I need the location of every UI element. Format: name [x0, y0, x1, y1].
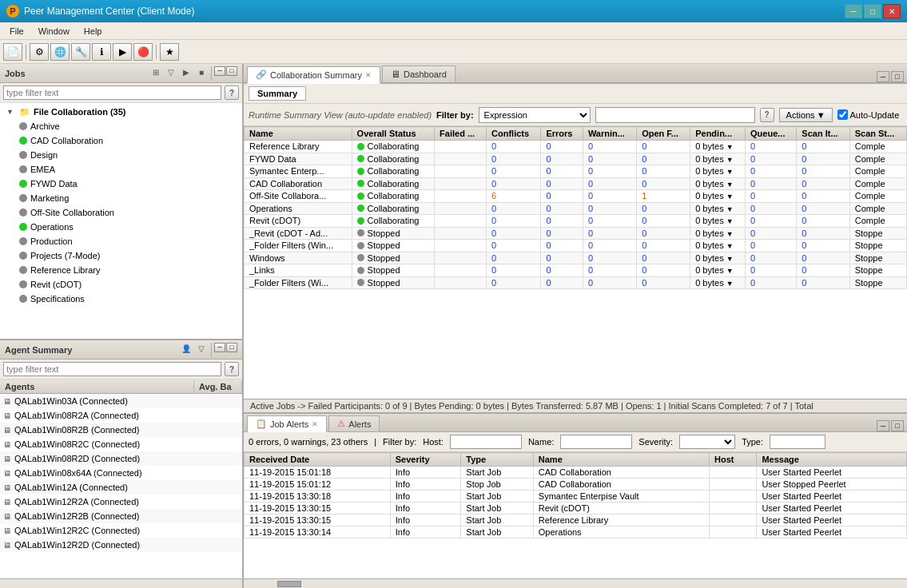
- table-row[interactable]: Reference Library: [245, 141, 352, 153]
- bottom-minimize-btn[interactable]: ─: [877, 420, 889, 431]
- tree-item-reflib[interactable]: Reference Library: [3, 263, 242, 277]
- agent-filter-btn[interactable]: ▽: [194, 343, 209, 356]
- agent-scrollbar-h[interactable]: [0, 578, 242, 588]
- toolbar-btn-4[interactable]: 🔧: [71, 43, 90, 61]
- minimize-button[interactable]: ─: [845, 4, 862, 18]
- bottom-scrollbar-h[interactable]: [244, 578, 907, 588]
- scrollbar-thumb[interactable]: [277, 581, 301, 587]
- auto-update-checkbox[interactable]: [837, 109, 848, 120]
- col-warnings[interactable]: Warnin...: [583, 127, 636, 141]
- tree-item-archive[interactable]: Archive: [3, 119, 242, 133]
- jobs-stop-btn[interactable]: ■: [194, 66, 209, 79]
- col-scanst[interactable]: Scan St...: [849, 127, 906, 141]
- table-row[interactable]: _Folder Filters (Wi...: [245, 276, 352, 289]
- col-openf[interactable]: Open F...: [637, 127, 690, 141]
- toolbar-btn-5[interactable]: ℹ: [92, 43, 111, 61]
- maximize-button[interactable]: □: [864, 4, 881, 18]
- table-row[interactable]: Windows: [245, 252, 352, 264]
- list-item[interactable]: 11-19-2015 13:30:18: [245, 491, 391, 503]
- collab-help-btn[interactable]: ?: [760, 108, 774, 122]
- table-row[interactable]: Revit (cDOT): [245, 215, 352, 228]
- col-status[interactable]: Overall Status: [352, 127, 434, 141]
- table-row[interactable]: Operations: [245, 202, 352, 215]
- tab-alerts[interactable]: ⚠ Alerts: [328, 415, 380, 431]
- table-row[interactable]: _Folder Filters (Win...: [245, 240, 352, 252]
- agent-row[interactable]: 🖥QALab1Win03A (Connected): [0, 394, 242, 408]
- table-row[interactable]: Off-Site Collabora...: [245, 190, 352, 203]
- jobs-play-btn[interactable]: ▶: [179, 66, 193, 79]
- tree-item-projects[interactable]: Projects (7-Mode): [3, 248, 242, 263]
- tree-item-emea[interactable]: EMEA: [3, 162, 242, 177]
- table-row[interactable]: _Links: [245, 264, 352, 277]
- table-row[interactable]: _Revit (cDOT - Ad...: [245, 227, 352, 240]
- toolbar-btn-8[interactable]: ★: [160, 43, 179, 61]
- tree-item-marketing[interactable]: Marketing: [3, 191, 242, 205]
- alert-col-host[interactable]: Host: [710, 453, 757, 467]
- alert-col-type[interactable]: Type: [461, 453, 534, 467]
- agent-icon-btn[interactable]: 👤: [179, 343, 193, 356]
- table-row[interactable]: CAD Collaboration: [245, 177, 352, 190]
- tree-item-offsite[interactable]: Off-Site Collaboration: [3, 205, 242, 220]
- tab-minimize-btn[interactable]: ─: [877, 71, 889, 82]
- agent-row[interactable]: 🖥QALab1Win12R2D (Connected): [0, 538, 242, 552]
- agent-minimize-btn[interactable]: ─: [214, 343, 225, 352]
- jobs-help-btn[interactable]: ?: [225, 85, 239, 100]
- col-pending[interactable]: Pendin...: [690, 127, 746, 141]
- list-item[interactable]: 11-19-2015 13:30:15: [245, 514, 391, 526]
- agent-row[interactable]: 🖥QALab1Win12R2A (Connected): [0, 495, 242, 509]
- close-button[interactable]: ✕: [883, 4, 901, 18]
- col-scanit[interactable]: Scan It...: [797, 127, 849, 141]
- menu-window[interactable]: Window: [32, 25, 76, 38]
- tab-job-alerts[interactable]: 📋 Job Alerts ✕: [247, 415, 327, 433]
- filter-by-select[interactable]: Expression: [479, 107, 591, 123]
- tree-item-production[interactable]: Production: [3, 234, 242, 248]
- toolbar-btn-3[interactable]: 🌐: [50, 43, 70, 61]
- tab-restore-btn[interactable]: □: [891, 71, 904, 82]
- tab-collab-close[interactable]: ✕: [365, 71, 372, 79]
- tree-item-operations[interactable]: Operations: [3, 220, 242, 234]
- tab-jobalerts-close[interactable]: ✕: [312, 420, 318, 428]
- list-item[interactable]: 11-19-2015 13:30:14: [245, 526, 391, 538]
- toolbar-btn-6[interactable]: ▶: [113, 43, 132, 61]
- tree-root-item[interactable]: ▼ 📁 File Collaboration (35): [3, 105, 242, 119]
- col-conflicts[interactable]: Conflicts: [487, 127, 541, 141]
- tree-item-revit[interactable]: Revit (cDOT): [3, 277, 242, 292]
- actions-button[interactable]: Actions ▼: [779, 108, 833, 122]
- agent-row[interactable]: 🖥QALab1Win12A (Connected): [0, 480, 242, 495]
- alert-col-name[interactable]: Name: [533, 453, 709, 467]
- toolbar-btn-7[interactable]: 🔴: [133, 43, 153, 61]
- agent-row[interactable]: 🖥QALab1Win08R2A (Connected): [0, 408, 242, 423]
- filter-text-input[interactable]: [595, 107, 755, 123]
- agent-help-btn[interactable]: ?: [225, 362, 239, 376]
- agent-row[interactable]: 🖥QALab1Win08R2D (Connected): [0, 451, 242, 466]
- alert-col-date[interactable]: Received Date: [245, 453, 391, 467]
- alerts-type-input[interactable]: [770, 435, 825, 449]
- jobs-filter-btn[interactable]: ⊞: [149, 66, 163, 79]
- agent-row[interactable]: 🖥QALab1Win08R2B (Connected): [0, 423, 242, 437]
- tree-item-cad[interactable]: CAD Collaboration: [3, 133, 242, 148]
- alerts-severity-select[interactable]: [679, 435, 735, 449]
- alert-col-severity[interactable]: Severity: [390, 453, 461, 467]
- agent-restore-btn[interactable]: □: [226, 343, 237, 352]
- jobs-filter-input[interactable]: [3, 85, 221, 100]
- agent-filter-input[interactable]: [3, 362, 221, 376]
- bottom-restore-btn[interactable]: □: [891, 420, 904, 431]
- list-item[interactable]: 11-19-2015 13:30:15: [245, 503, 391, 514]
- subtab-summary[interactable]: Summary: [249, 86, 306, 101]
- agent-row[interactable]: 🖥QALab1Win12R2B (Connected): [0, 509, 242, 523]
- tab-collab-summary[interactable]: 🔗 Collaboration Summary ✕: [247, 66, 380, 84]
- col-errors[interactable]: Errors: [541, 127, 583, 141]
- agent-row[interactable]: 🖥QALab1Win08x64A (Connected): [0, 466, 242, 480]
- jobs-minimize-btn[interactable]: ─: [214, 66, 225, 76]
- tree-item-design[interactable]: Design: [3, 148, 242, 162]
- agent-row[interactable]: 🖥QALab1Win12R2C (Connected): [0, 523, 242, 538]
- alerts-host-input[interactable]: [450, 435, 522, 449]
- list-item[interactable]: 11-19-2015 15:01:18: [245, 467, 391, 479]
- menu-help[interactable]: Help: [78, 25, 109, 38]
- toolbar-btn-1[interactable]: 📄: [3, 43, 22, 61]
- tree-item-fywd[interactable]: FYWD Data: [3, 177, 242, 191]
- col-queue[interactable]: Queue...: [746, 127, 797, 141]
- jobs-funnel-btn[interactable]: ▽: [164, 66, 178, 79]
- col-name[interactable]: Name: [245, 127, 352, 141]
- list-item[interactable]: 11-19-2015 15:01:12: [245, 479, 391, 491]
